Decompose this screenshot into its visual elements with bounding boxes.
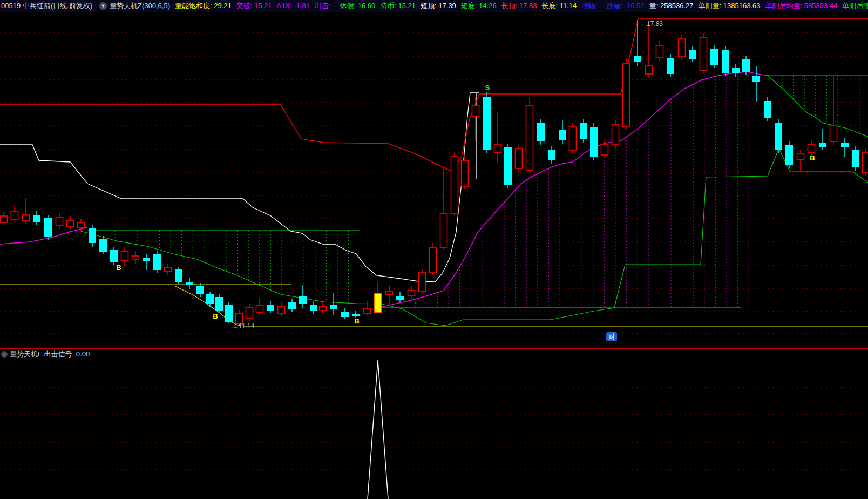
stock-chart-window: 00519 中兵红箭(日线.前复权)▼量势天机Z(300,6,5)量能饱和度: … bbox=[0, 0, 868, 499]
chevron-right-icon[interactable]: › bbox=[1, 351, 8, 358]
indicator-field-2: A1X: -1.81 bbox=[277, 2, 310, 10]
indicator-field-4: 休假: 16.60 bbox=[340, 2, 376, 10]
indicator-field-11: 跌幅: -10.52 bbox=[607, 2, 645, 10]
indicator-field-15: 单阳后缩量: 1.00 bbox=[842, 2, 868, 10]
indicator-field-0: 量能饱和度: 29.21 bbox=[175, 2, 232, 10]
finance-data-badge[interactable]: 财 bbox=[606, 332, 617, 341]
signal-value: 0.00 bbox=[76, 350, 90, 358]
trade-markers: SBBBB bbox=[116, 84, 815, 325]
svg-text:B: B bbox=[213, 312, 218, 320]
stock-title: 00519 中兵红箭(日线.前复权) bbox=[1, 2, 92, 10]
indicator-name: 量势天机Z(300,6,5) bbox=[110, 2, 170, 10]
indicator-header: 00519 中兵红箭(日线.前复权)▼量势天机Z(300,6,5)量能饱和度: … bbox=[0, 0, 868, 12]
indicator-field-12: 量: 258536.27 bbox=[649, 2, 694, 10]
indicator-field-1: 突破: 15.21 bbox=[236, 2, 272, 10]
signal-spike bbox=[368, 360, 388, 499]
svg-text:←17.83: ←17.83 bbox=[640, 20, 663, 28]
svg-text:B: B bbox=[116, 264, 121, 272]
candles bbox=[1, 20, 868, 325]
indicator-field-5: 持币: 15.21 bbox=[380, 2, 416, 10]
indicator-field-9: 长底: 11.14 bbox=[541, 2, 577, 10]
svg-text:B: B bbox=[810, 154, 815, 162]
signal-gridlines bbox=[0, 387, 868, 469]
candlestick-chart[interactable]: SBBBB←17.83←11.14 bbox=[0, 12, 868, 348]
indicator-fields: 量能饱和度: 29.21突破: 15.21A1X: -1.81出击: -休假: … bbox=[175, 2, 868, 10]
gridlines bbox=[0, 12, 868, 333]
signal-panel[interactable]: ›量势天机F 出击信号: 0.00 bbox=[0, 349, 868, 499]
signal-label: 出击信号: bbox=[44, 350, 74, 358]
svg-text:S: S bbox=[485, 84, 490, 92]
indicator-field-10: 涨幅: - bbox=[581, 2, 602, 10]
hatch-bands bbox=[104, 72, 860, 308]
indicator-field-6: 短顶: 17.39 bbox=[421, 2, 456, 10]
signal-spike-chart[interactable] bbox=[0, 349, 868, 499]
svg-text:←11.14: ←11.14 bbox=[232, 322, 254, 330]
indicator-field-8: 长顶: 17.83 bbox=[501, 2, 537, 10]
indicator-field-3: 出击: - bbox=[315, 2, 335, 10]
indicator-field-13: 单阳量: 1385163.63 bbox=[699, 2, 761, 10]
main-chart[interactable]: SBBBB←17.83←11.14 bbox=[0, 12, 868, 348]
indicator-field-14: 单阳后均量: 585303.44 bbox=[765, 2, 837, 10]
chevron-down-icon[interactable]: ▼ bbox=[99, 2, 107, 10]
signal-panel-label: ›量势天机F 出击信号: 0.00 bbox=[1, 350, 90, 359]
signal-indicator-name: 量势天机F bbox=[10, 350, 42, 358]
indicator-field-7: 短底: 14.26 bbox=[461, 2, 497, 10]
svg-text:B: B bbox=[354, 317, 359, 325]
